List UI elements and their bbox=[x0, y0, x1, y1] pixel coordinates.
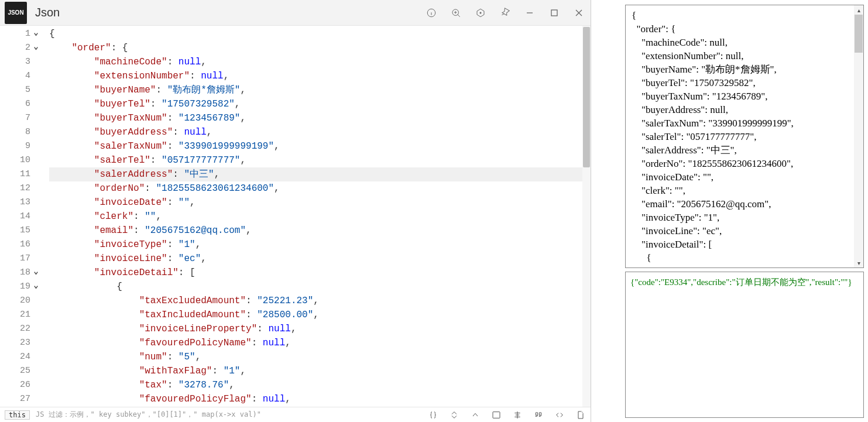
line-number: 9 bbox=[0, 139, 30, 153]
svg-line-6 bbox=[458, 15, 460, 17]
preview-line: "order": { bbox=[632, 22, 861, 36]
line-number: 8 bbox=[0, 125, 30, 139]
code-line[interactable]: { bbox=[49, 27, 591, 41]
terminal-icon[interactable] bbox=[491, 410, 502, 420]
info-icon[interactable] bbox=[424, 6, 438, 20]
line-number: 10 bbox=[0, 153, 30, 167]
preview-line: "salerAddress": "中三", bbox=[632, 143, 861, 157]
hexagon-icon[interactable] bbox=[474, 6, 488, 20]
code-line[interactable]: "taxIncludedAmount": "28500.00", bbox=[49, 308, 591, 322]
code-editor[interactable]: { "order": { "machineCode": null, "exten… bbox=[36, 26, 591, 407]
line-number: 1 bbox=[0, 27, 30, 41]
line-number: 20 bbox=[0, 294, 30, 308]
code-line[interactable]: "email": "205675162@qq.com", bbox=[49, 224, 591, 238]
minimize-button[interactable] bbox=[523, 6, 537, 20]
code-line[interactable]: "withTaxFlag": "1", bbox=[49, 364, 591, 378]
line-number: 15 bbox=[0, 224, 30, 238]
code-line[interactable]: "tax": "3278.76", bbox=[49, 378, 591, 392]
line-number: 21 bbox=[0, 308, 30, 322]
result-pane[interactable]: {"code":"E9334","describe":"订单日期不能为空","r… bbox=[625, 272, 864, 418]
line-number: 23 bbox=[0, 336, 30, 350]
title-bar: JSON Json bbox=[0, 0, 591, 26]
line-number: 17 bbox=[0, 252, 30, 266]
code-line[interactable]: "favouredPolicyFlag": null, bbox=[49, 392, 591, 406]
preview-line: "salerTaxNum": "339901999999199", bbox=[632, 116, 861, 130]
svg-rect-14 bbox=[493, 411, 500, 418]
app-title: Json bbox=[35, 6, 424, 19]
line-number: 4 bbox=[0, 69, 30, 83]
maximize-button[interactable] bbox=[547, 6, 561, 20]
preview-line: "extensionNumber": null, bbox=[632, 49, 861, 63]
code-line[interactable]: "order": { bbox=[49, 41, 591, 55]
line-number: 16 bbox=[0, 238, 30, 252]
status-filter-hint[interactable]: JS 过滤：示例，" key subkey"，"[0][1]"，" map(x-… bbox=[36, 410, 422, 420]
line-number: 26 bbox=[0, 378, 30, 392]
right-panel: { "order": { "machineCode": null, "exten… bbox=[625, 5, 864, 418]
preview-line: "invoiceLine": "ec", bbox=[632, 224, 861, 238]
code-line[interactable]: "clerk": "", bbox=[49, 210, 591, 224]
line-number: 24 bbox=[0, 350, 30, 364]
close-button[interactable] bbox=[572, 6, 586, 20]
line-number: 22 bbox=[0, 322, 30, 336]
preview-line: "buyerName": "勒布朗*詹姆斯", bbox=[632, 63, 861, 76]
code-line[interactable]: "num": "5", bbox=[49, 350, 591, 364]
code-line[interactable]: "salerTaxNum": "339901999999199", bbox=[49, 139, 591, 153]
code-line[interactable]: "salerTel": "057177777777", bbox=[49, 153, 591, 167]
preview-line: "invoiceType": "1", bbox=[632, 211, 861, 224]
document-icon[interactable] bbox=[575, 410, 586, 420]
line-number: 7 bbox=[0, 111, 30, 125]
pin-icon[interactable] bbox=[498, 6, 512, 20]
svg-point-8 bbox=[480, 12, 481, 13]
line-number: 12 bbox=[0, 181, 30, 195]
svg-rect-11 bbox=[551, 10, 557, 16]
code-line[interactable]: "invoiceDate": "", bbox=[49, 195, 591, 210]
preview-scrollbar[interactable]: ▴▾ bbox=[854, 5, 863, 267]
code-icon[interactable] bbox=[554, 410, 565, 420]
braces-icon[interactable] bbox=[428, 410, 438, 420]
preview-line: "clerk": "", bbox=[632, 184, 861, 197]
line-number-gutter: 1234567891011121314151617181920212223242… bbox=[0, 26, 36, 407]
zoom-in-icon[interactable] bbox=[449, 6, 463, 20]
code-line[interactable]: "buyerAddress": null, bbox=[49, 125, 591, 139]
code-line[interactable]: "buyerName": "勒布朗*詹姆斯", bbox=[49, 83, 591, 97]
code-line[interactable]: "invoiceLine": "ec", bbox=[49, 252, 591, 266]
preview-line: "buyerTaxNum": "123456789", bbox=[632, 90, 861, 103]
json-editor-window: JSON Json 123456789101112131415161718192… bbox=[0, 0, 591, 422]
line-number: 3 bbox=[0, 55, 30, 69]
code-line[interactable]: "invoiceLineProperty": null, bbox=[49, 322, 591, 336]
preview-line: "invoiceDetail": [ bbox=[632, 238, 861, 251]
preview-line: "email": "205675162@qq.com", bbox=[632, 197, 861, 211]
code-line[interactable]: "machineCode": null, bbox=[49, 55, 591, 69]
code-line[interactable]: "buyerTel": "17507329582", bbox=[49, 97, 591, 111]
line-number: 25 bbox=[0, 364, 30, 378]
preview-line: "buyerTel": "17507329582", bbox=[632, 76, 861, 90]
code-line[interactable]: "taxExcludedAmount": "25221.23", bbox=[49, 294, 591, 308]
code-line[interactable]: "orderNo": "1825558623061234600", bbox=[49, 181, 591, 195]
preview-line: "invoiceDate": "", bbox=[632, 170, 861, 184]
line-number: 14 bbox=[0, 210, 30, 224]
code-line[interactable]: "invoiceDetail": [ bbox=[49, 266, 591, 280]
line-number: 5 bbox=[0, 83, 30, 97]
code-line[interactable]: "favouredPolicyName": null, bbox=[49, 336, 591, 350]
preview-line: { bbox=[632, 9, 861, 22]
code-line[interactable]: "extensionNumber": null, bbox=[49, 69, 591, 83]
preview-line: "orderNo": "1825558623061234600", bbox=[632, 157, 861, 170]
app-icon: JSON bbox=[5, 2, 27, 24]
preview-line: "machineCode": null, bbox=[632, 36, 861, 49]
editor-vertical-scrollbar[interactable] bbox=[582, 26, 591, 407]
code-line[interactable]: "salerAddress": "中三", bbox=[49, 167, 591, 181]
code-line[interactable]: "invoiceType": "1", bbox=[49, 238, 591, 252]
line-number: 2 bbox=[0, 41, 30, 55]
json-preview-pane[interactable]: { "order": { "machineCode": null, "exten… bbox=[625, 5, 864, 268]
collapse-icon[interactable] bbox=[449, 410, 459, 420]
caret-up-icon[interactable] bbox=[470, 410, 481, 420]
code-line[interactable]: "buyerTaxNum": "123456789", bbox=[49, 111, 591, 125]
align-icon[interactable] bbox=[512, 410, 523, 420]
code-line[interactable]: { bbox=[49, 280, 591, 294]
line-number: 13 bbox=[0, 195, 30, 210]
line-number: 11 bbox=[0, 167, 30, 181]
preview-line: "salerTel": "057177777777", bbox=[632, 130, 861, 143]
line-number: 19 bbox=[0, 280, 30, 294]
line-number: 27 bbox=[0, 392, 30, 406]
quote-icon[interactable] bbox=[533, 410, 544, 420]
